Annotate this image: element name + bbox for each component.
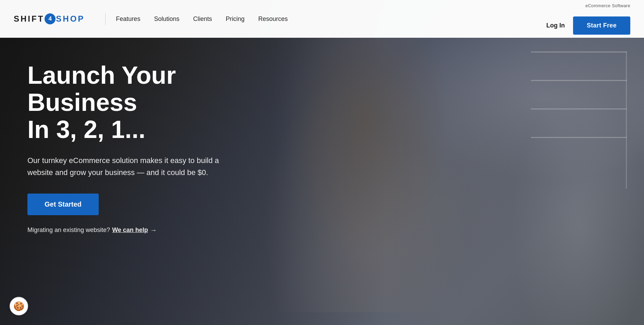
migrate-link[interactable]: We can help [112,227,148,234]
migrate-arrow-icon: → [150,226,157,234]
logo-divider [105,13,106,25]
shelf-line-2 [531,80,627,81]
login-link[interactable]: Log In [546,22,565,29]
logo[interactable]: SHIFT 4 SHOP [14,13,85,24]
hero-headline-line2: In 3, 2, 1... [27,116,145,143]
nav-solutions[interactable]: Solutions [154,15,179,23]
shelf-decoration [531,51,627,165]
nav-resources[interactable]: Resources [258,15,288,23]
navbar: SHIFT 4 SHOP Features Solutions Clients … [0,0,644,38]
nav-right: eCommerce Software Log In Start Free [546,3,630,35]
get-started-button[interactable]: Get Started [27,194,99,215]
ecommerce-label: eCommerce Software [585,3,630,8]
cookie-icon: 🍪 [13,301,24,312]
nav-features[interactable]: Features [116,15,140,23]
nav-clients[interactable]: Clients [193,15,212,23]
shelf-line-3 [531,108,627,109]
logo-four: 4 [45,13,56,24]
nav-pricing[interactable]: Pricing [226,15,244,23]
logo-shift: SHIFT [14,14,44,24]
hero-section: SHIFT 4 SHOP Features Solutions Clients … [0,0,644,325]
logo-shop: SHOP [56,14,85,24]
nav-links: Features Solutions Clients Pricing Resou… [116,15,546,23]
nav-right-row: Log In Start Free [546,16,630,35]
migrate-row: Migrating an existing website? We can he… [27,226,260,234]
start-free-button[interactable]: Start Free [573,16,630,35]
shelf-line-4 [531,137,627,138]
migrate-prefix: Migrating an existing website? [27,227,110,234]
shelf-line-1 [531,51,627,53]
cookie-consent-badge[interactable]: 🍪 [10,297,28,315]
shelf-vertical [626,51,627,189]
hero-subtext: Our turnkey eCommerce solution makes it … [27,154,226,178]
hero-headline: Launch Your Business In 3, 2, 1... [27,62,260,143]
hero-headline-line1: Launch Your Business [27,61,176,116]
